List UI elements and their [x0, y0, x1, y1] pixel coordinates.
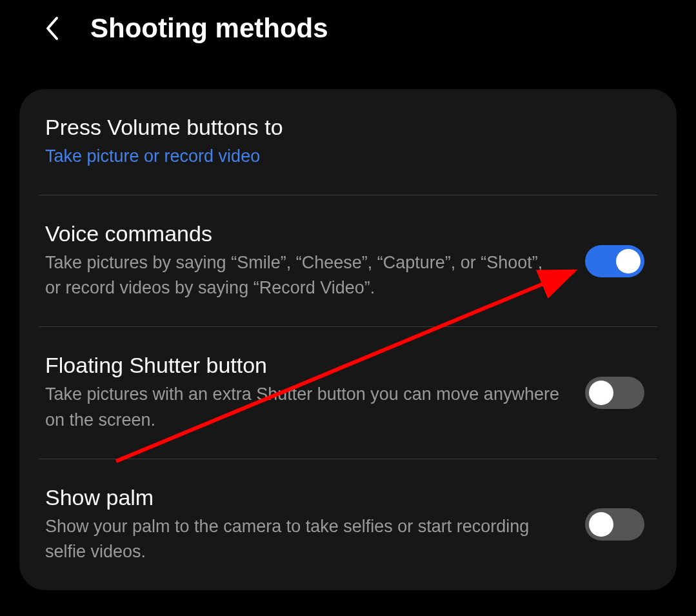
setting-voice-commands[interactable]: Voice commands Take pictures by saying “… [19, 195, 677, 326]
setting-show-palm[interactable]: Show palm Show your palm to the camera t… [19, 459, 677, 590]
setting-title: Floating Shutter button [45, 353, 559, 378]
settings-panel: Press Volume buttons to Take picture or … [19, 89, 677, 590]
setting-subtitle: Show your palm to the camera to take sel… [45, 514, 559, 564]
toggle-show-palm[interactable] [585, 508, 644, 541]
setting-text: Show palm Show your palm to the camera t… [45, 485, 559, 564]
page-title: Shooting methods [90, 13, 328, 44]
setting-title: Voice commands [45, 221, 559, 246]
setting-volume-buttons[interactable]: Press Volume buttons to Take picture or … [19, 89, 677, 195]
setting-text: Voice commands Take pictures by saying “… [45, 221, 559, 301]
setting-text: Press Volume buttons to Take picture or … [45, 115, 644, 169]
toggle-knob [616, 249, 641, 273]
toggle-voice-commands[interactable] [585, 245, 644, 277]
header: Shooting methods [0, 0, 696, 63]
setting-subtitle: Take picture or record video [45, 144, 644, 169]
setting-subtitle: Take pictures with an extra Shutter butt… [45, 382, 559, 432]
toggle-knob [589, 381, 613, 405]
setting-title: Show palm [45, 485, 559, 510]
setting-title: Press Volume buttons to [45, 115, 644, 140]
setting-subtitle: Take pictures by saying “Smile”, “Cheese… [45, 250, 559, 301]
setting-floating-shutter[interactable]: Floating Shutter button Take pictures wi… [19, 327, 677, 458]
setting-text: Floating Shutter button Take pictures wi… [45, 353, 559, 432]
back-icon[interactable] [39, 15, 65, 41]
toggle-knob [589, 512, 613, 537]
toggle-floating-shutter[interactable] [585, 377, 644, 409]
